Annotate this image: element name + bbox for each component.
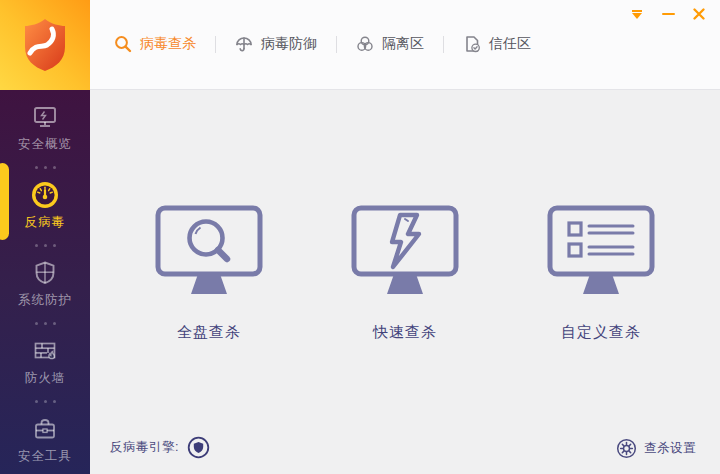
chevron-down-icon [632, 13, 642, 19]
biohazard-icon [356, 35, 374, 53]
tab-label: 病毒查杀 [140, 35, 196, 53]
umbrella-icon [235, 35, 253, 53]
minimize-button[interactable] [661, 7, 675, 21]
sidebar-item-label: 安全概览 [18, 136, 72, 153]
engine-shield-badge-icon[interactable] [187, 436, 210, 459]
trusted-file-icon [463, 35, 481, 53]
scan-option-label: 自定义查杀 [561, 323, 641, 342]
scan-settings-label: 查杀设置 [644, 440, 696, 457]
quick-scan-option[interactable]: 快速查杀 [349, 205, 461, 342]
sidebar-item-security-overview[interactable]: 安全概览 [0, 103, 90, 153]
close-icon [693, 8, 705, 20]
tab-separator [336, 36, 337, 53]
shield-icon [31, 259, 59, 287]
top-navigation: 病毒查杀 病毒防御 隔离区 信任区 [114, 0, 531, 88]
lightning-monitor-icon [350, 205, 460, 297]
main-content: 全盘查杀 快速查杀 [90, 90, 720, 474]
gear-icon [616, 438, 637, 459]
dots-separator [35, 153, 56, 181]
close-button[interactable] [692, 7, 706, 21]
dots-separator [35, 231, 56, 259]
scan-option-label: 全盘查杀 [177, 323, 241, 342]
active-item-indicator [0, 163, 9, 240]
magnifier-monitor-icon [154, 205, 264, 297]
tab-label: 病毒防御 [261, 35, 317, 53]
tab-separator [215, 36, 216, 53]
shield-logo-icon [20, 17, 70, 73]
toolbox-icon [31, 415, 59, 443]
sidebar-item-label: 防火墙 [25, 370, 66, 387]
tab-trust-zone[interactable]: 信任区 [463, 35, 531, 53]
window-controls [630, 7, 706, 21]
full-scan-option[interactable]: 全盘查杀 [153, 205, 265, 342]
tab-quarantine[interactable]: 隔离区 [356, 35, 424, 53]
gauge-icon [31, 181, 59, 209]
tab-label: 隔离区 [382, 35, 424, 53]
scan-settings-button[interactable]: 查杀设置 [616, 438, 696, 459]
custom-scan-option[interactable]: 自定义查杀 [545, 205, 657, 342]
sidebar-item-firewall[interactable]: 防火墙 [0, 337, 90, 387]
sidebar-item-antivirus[interactable]: 反病毒 [0, 181, 90, 231]
sidebar-item-label: 系统防护 [18, 292, 72, 309]
scan-option-label: 快速查杀 [373, 323, 437, 342]
menu-bar-shape [632, 10, 642, 12]
engine-label: 反病毒引擎: [110, 439, 179, 456]
minimize-icon [662, 13, 675, 16]
sidebar: 安全概览 反病毒 系统防护 防火墙 [0, 90, 90, 474]
top-bar: 病毒查杀 病毒防御 隔离区 信任区 [90, 0, 720, 90]
dots-separator [35, 387, 56, 415]
sidebar-item-security-tools[interactable]: 安全工具 [0, 415, 90, 465]
firewall-icon [31, 337, 59, 365]
tab-virus-scan[interactable]: 病毒查杀 [114, 35, 196, 53]
antivirus-app-window: 病毒查杀 病毒防御 隔离区 信任区 [0, 0, 720, 474]
tab-label: 信任区 [489, 35, 531, 53]
checklist-monitor-icon [546, 205, 656, 297]
tab-separator [443, 36, 444, 53]
sidebar-item-system-protection[interactable]: 系统防护 [0, 259, 90, 309]
dots-separator [35, 309, 56, 337]
monitor-overview-icon [31, 103, 59, 131]
sidebar-item-label: 反病毒 [25, 214, 66, 231]
engine-status: 反病毒引擎: [110, 436, 210, 459]
scan-options-row: 全盘查杀 快速查杀 [90, 205, 720, 342]
app-logo [0, 0, 90, 90]
search-icon [114, 35, 132, 53]
sidebar-item-label: 安全工具 [18, 448, 72, 465]
main-menu-button[interactable] [630, 7, 644, 21]
tab-virus-defense[interactable]: 病毒防御 [235, 35, 317, 53]
